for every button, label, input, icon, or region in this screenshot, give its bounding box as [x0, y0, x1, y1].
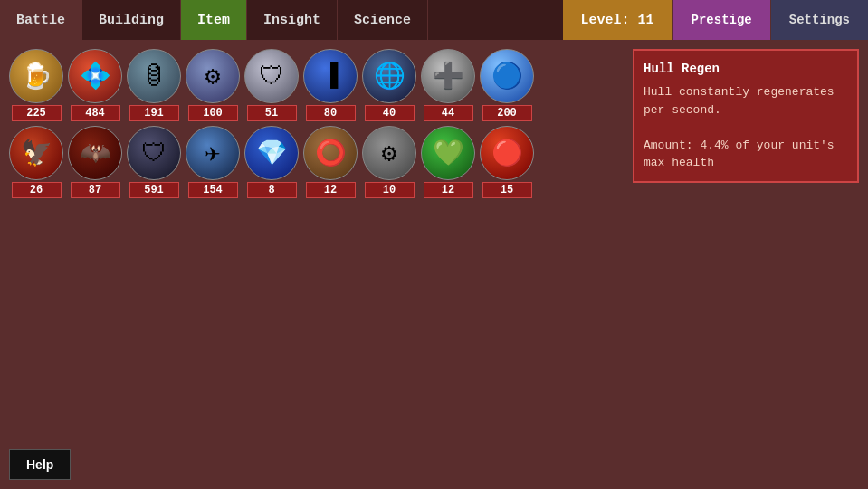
item-icon-medkit: ➕ [421, 49, 475, 103]
settings-button[interactable]: Settings [770, 0, 868, 40]
item-icon-mech: ⚙ [186, 49, 240, 103]
item-cell-1-7[interactable]: 💚12 [421, 126, 475, 198]
nav-battle[interactable]: Battle [0, 0, 82, 40]
item-count-1-1: 87 [71, 182, 120, 198]
item-count-0-4: 51 [247, 105, 297, 121]
item-cell-0-7[interactable]: ➕44 [421, 49, 475, 121]
item-icon-brown-orb: ⭕ [303, 126, 358, 180]
item-icon-dark-orb: 🌐 [362, 49, 416, 103]
navbar: Battle Building Item Insight Science Lev… [0, 0, 868, 40]
item-count-0-5: 80 [306, 105, 356, 121]
item-count-1-8: 15 [482, 182, 532, 198]
info-box-description: Hull constantly regenerates per second. [644, 83, 848, 119]
item-icon-wing-red: 🦅 [9, 126, 63, 180]
item-count-1-7: 12 [424, 182, 473, 198]
item-cell-0-6[interactable]: 🌐40 [362, 49, 416, 121]
item-cell-1-6[interactable]: ⚙10 [362, 126, 416, 198]
item-cell-1-8[interactable]: 🔴15 [480, 126, 534, 198]
item-count-1-0: 26 [12, 182, 62, 198]
item-cell-0-2[interactable]: 🛢191 [127, 49, 181, 121]
item-cell-0-1[interactable]: 💠484 [68, 49, 122, 121]
item-cell-0-5[interactable]: ▐80 [303, 49, 358, 121]
nav-science[interactable]: Science [338, 0, 428, 40]
info-box-stat: Amount: 4.4% of your unit's max health [644, 137, 848, 172]
item-icon-mech-blue: ✈ [186, 126, 240, 180]
item-cell-1-3[interactable]: ✈154 [186, 126, 240, 198]
nav-insight[interactable]: Insight [247, 0, 338, 40]
item-count-0-1: 484 [71, 105, 120, 121]
level-display: Level: 11 [563, 0, 672, 40]
item-count-0-3: 100 [188, 105, 238, 121]
item-icon-fire-gem: 💠 [68, 49, 122, 103]
info-box: Hull Regen Hull constantly regenerates p… [633, 49, 859, 183]
item-cell-0-4[interactable]: 🛡51 [244, 49, 299, 121]
prestige-button[interactable]: Prestige [672, 0, 770, 40]
item-cell-1-4[interactable]: 💎8 [244, 126, 299, 198]
item-row-1: 🦅26🦇87🛡591✈154💎8⭕12⚙10💚12🔴15 [9, 126, 534, 198]
item-count-1-5: 12 [306, 182, 356, 198]
item-icon-barrel: 🛢 [127, 49, 181, 103]
item-count-1-2: 591 [129, 182, 179, 198]
nav-right-group: Prestige Settings [672, 0, 868, 40]
item-count-0-6: 40 [365, 105, 415, 121]
item-icon-mug: 🍺 [9, 49, 63, 103]
nav-building[interactable]: Building [82, 0, 181, 40]
item-count-0-8: 200 [482, 105, 532, 121]
item-cell-0-3[interactable]: ⚙100 [186, 49, 240, 121]
item-icon-shield: 🛡 [244, 49, 299, 103]
item-cell-0-8[interactable]: 🔵200 [480, 49, 534, 121]
item-cell-1-2[interactable]: 🛡591 [127, 126, 181, 198]
item-grid: 🍺225💠484🛢191⚙100🛡51▐80🌐40➕44🔵200🦅26🦇87🛡5… [9, 49, 534, 198]
item-icon-green-gem: 💚 [421, 126, 475, 180]
help-button[interactable]: Help [9, 449, 71, 480]
item-icon-blue-gem: 💎 [244, 126, 299, 180]
item-cell-1-0[interactable]: 🦅26 [9, 126, 63, 198]
item-count-1-3: 154 [188, 182, 238, 198]
item-cell-0-0[interactable]: 🍺225 [9, 49, 63, 121]
item-icon-blue-sphere: 🔵 [480, 49, 534, 103]
item-row-0: 🍺225💠484🛢191⚙100🛡51▐80🌐40➕44🔵200 [9, 49, 534, 121]
item-icon-shield-dark: 🛡 [127, 126, 181, 180]
nav-item[interactable]: Item [181, 0, 247, 40]
item-cell-1-5[interactable]: ⭕12 [303, 126, 358, 198]
item-count-1-4: 8 [247, 182, 297, 198]
item-icon-blue-bars: ▐ [303, 49, 358, 103]
info-box-title: Hull Regen [644, 60, 848, 79]
item-count-1-6: 10 [365, 182, 415, 198]
main-content: 🍺225💠484🛢191⚙100🛡51▐80🌐40➕44🔵200🦅26🦇87🛡5… [0, 40, 868, 207]
item-count-0-2: 191 [129, 105, 179, 121]
item-cell-1-1[interactable]: 🦇87 [68, 126, 122, 198]
item-icon-wing-dark: 🦇 [68, 126, 122, 180]
item-count-0-0: 225 [12, 105, 62, 121]
item-count-0-7: 44 [424, 105, 473, 121]
item-icon-grey-mech: ⚙ [362, 126, 416, 180]
item-icon-red-sphere: 🔴 [480, 126, 534, 180]
